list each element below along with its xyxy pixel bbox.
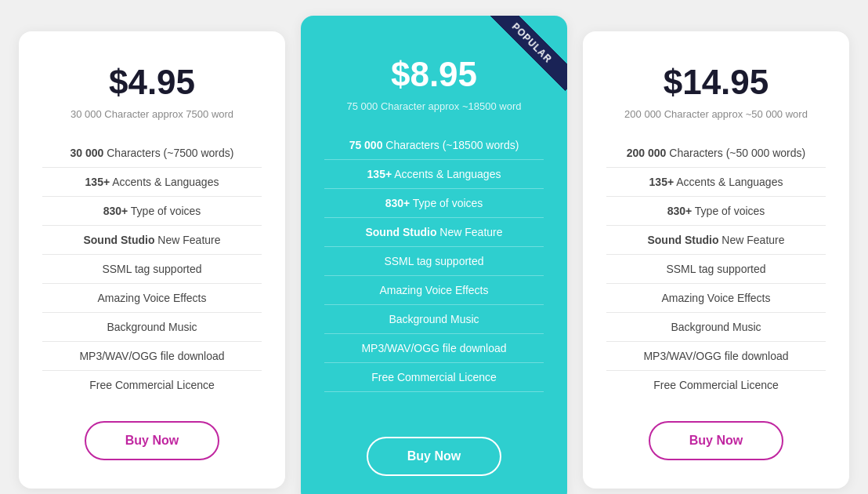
feature-row: Sound Studio New Feature — [42, 226, 262, 255]
feature-row: 135+ Accents & Languages — [42, 168, 262, 197]
card-subtitle: 200 000 Character approx ~50 000 word — [624, 108, 808, 120]
feature-row: Amazing Voice Effects — [324, 276, 544, 305]
buy-now-button-basic[interactable]: Buy Now — [85, 421, 219, 460]
card-subtitle: 75 000 Character approx ~18500 word — [347, 100, 522, 112]
card-price: $8.95 — [391, 55, 477, 94]
feature-row: 135+ Accents & Languages — [324, 160, 544, 189]
card-price: $14.95 — [664, 63, 769, 102]
feature-bold: 830+ — [667, 205, 693, 217]
feature-row: 200 000 Characters (~50 000 words) — [606, 139, 826, 168]
pricing-card-popular: POPULAR$8.9575 000 Character approx ~185… — [301, 16, 567, 494]
feature-row: Sound Studio New Feature — [606, 226, 826, 255]
feature-row: Background Music — [42, 313, 262, 342]
feature-bold: 830+ — [385, 197, 410, 209]
pricing-card-basic: $4.9530 000 Character approx 7500 word30… — [19, 31, 285, 489]
feature-row: Free Commercial Licence — [324, 363, 544, 392]
feature-row: Amazing Voice Effects — [606, 284, 826, 313]
feature-row: 135+ Accents & Languages — [606, 168, 826, 197]
feature-row: MP3/WAV/OGG file download — [42, 342, 262, 371]
feature-row: SSML tag supported — [606, 255, 826, 284]
feature-row: Background Music — [324, 305, 544, 334]
feature-bold: Sound Studio — [83, 234, 154, 246]
feature-row: Free Commercial Licence — [42, 371, 262, 399]
features-list: 30 000 Characters (~7500 words)135+ Acce… — [42, 139, 262, 399]
card-subtitle: 30 000 Character approx 7500 word — [71, 108, 233, 120]
feature-row: 830+ Type of voices — [42, 197, 262, 226]
feature-row: SSML tag supported — [42, 255, 262, 284]
feature-row: 830+ Type of voices — [324, 189, 544, 218]
features-list: 75 000 Characters (~18500 words)135+ Acc… — [324, 131, 544, 392]
feature-bold: 30 000 — [71, 147, 104, 159]
feature-bold: Sound Studio — [647, 234, 718, 246]
feature-row: Sound Studio New Feature — [324, 218, 544, 247]
feature-row: 30 000 Characters (~7500 words) — [42, 139, 262, 168]
feature-bold: 135+ — [367, 168, 392, 180]
feature-row: MP3/WAV/OGG file download — [606, 342, 826, 371]
feature-row: MP3/WAV/OGG file download — [324, 334, 544, 363]
buy-now-button-popular[interactable]: Buy Now — [367, 437, 501, 476]
feature-row: 75 000 Characters (~18500 words) — [324, 131, 544, 160]
pricing-section: $4.9530 000 Character approx 7500 word30… — [0, 0, 868, 494]
feature-bold: 830+ — [103, 205, 128, 217]
card-price: $4.95 — [109, 63, 195, 102]
feature-row: Background Music — [606, 313, 826, 342]
feature-row: Amazing Voice Effects — [42, 284, 262, 313]
feature-bold: 200 000 — [627, 147, 667, 159]
pricing-card-premium: $14.95200 000 Character approx ~50 000 w… — [583, 31, 849, 489]
feature-bold: Sound Studio — [365, 226, 436, 238]
feature-row: 830+ Type of voices — [606, 197, 826, 226]
buy-now-button-premium[interactable]: Buy Now — [649, 421, 783, 460]
feature-bold: 135+ — [649, 176, 675, 188]
popular-badge-label: POPULAR — [484, 16, 567, 91]
feature-row: SSML tag supported — [324, 247, 544, 276]
feature-bold: 75 000 — [349, 139, 383, 151]
feature-bold: 135+ — [85, 176, 110, 188]
features-list: 200 000 Characters (~50 000 words)135+ A… — [606, 139, 826, 399]
feature-row: Free Commercial Licence — [606, 371, 826, 399]
popular-badge: POPULAR — [481, 16, 567, 102]
